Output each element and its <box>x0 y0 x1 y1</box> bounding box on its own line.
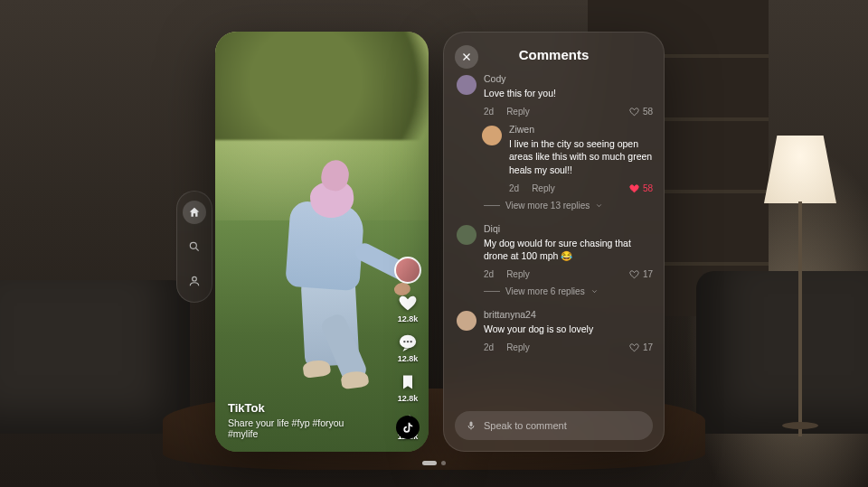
comment-username[interactable]: Ziwen <box>509 124 653 135</box>
svg-point-2 <box>193 276 197 281</box>
comment-username[interactable]: Diqi <box>484 223 653 234</box>
svg-line-1 <box>196 248 199 251</box>
side-nav <box>176 191 212 303</box>
comment-input[interactable]: Speak to comment <box>455 411 653 440</box>
comment-avatar[interactable] <box>457 225 476 245</box>
comment-button[interactable]: 12.8k <box>398 332 419 363</box>
heart-icon <box>629 107 639 117</box>
home-icon <box>188 206 201 219</box>
comment-like-button[interactable]: 58 <box>629 107 653 117</box>
reply-button[interactable]: Reply <box>506 342 530 352</box>
comment-icon <box>398 332 418 352</box>
comment-count: 12.8k <box>398 354 419 363</box>
comments-panel: Comments CodyLove this for you!2dReply58… <box>443 32 665 452</box>
svg-point-6 <box>410 341 411 342</box>
comment-age: 2d <box>509 183 519 193</box>
comment-username[interactable]: Cody <box>484 73 653 84</box>
comment-meta: 2dReply17 <box>484 269 653 279</box>
comment-item: CodyLove this for you!2dReply58 <box>457 73 653 117</box>
close-icon <box>461 52 472 62</box>
view-more-replies[interactable]: View more 6 replies <box>484 286 653 296</box>
microphone-icon <box>466 419 476 432</box>
svg-point-5 <box>407 341 409 342</box>
reply-button[interactable]: Reply <box>506 269 530 279</box>
like-button[interactable]: 12.8k <box>398 293 419 323</box>
comment-item: DiqiMy dog would for sure chasing that d… <box>457 223 653 279</box>
comment-avatar[interactable] <box>482 126 502 145</box>
nav-profile-button[interactable] <box>183 269 206 293</box>
comments-list[interactable]: CodyLove this for you!2dReply58ZiwenI li… <box>444 73 664 406</box>
comment-username[interactable]: brittanyna24 <box>484 309 653 320</box>
heart-icon <box>398 293 418 313</box>
comment-meta: 2dReply17 <box>484 342 653 352</box>
comment-text: I live in the city so seeing open areas … <box>509 137 653 176</box>
person-icon <box>188 275 201 287</box>
reply-button[interactable]: Reply <box>506 107 530 117</box>
comment-like-button[interactable]: 17 <box>629 269 653 279</box>
page-indicator[interactable] <box>422 461 446 465</box>
search-icon <box>188 240 201 253</box>
svg-rect-9 <box>470 422 473 427</box>
comment-avatar[interactable] <box>457 75 476 95</box>
tiktok-logo[interactable] <box>396 416 420 439</box>
video-card[interactable]: 12.8k 12.8k 12.8k 12.8k TikTok Share you… <box>215 32 429 452</box>
heart-icon <box>629 183 639 193</box>
comment-input-placeholder: Speak to comment <box>484 420 567 431</box>
video-brand: TikTok <box>228 401 374 415</box>
chevron-down-icon <box>595 201 603 210</box>
heart-icon <box>629 342 639 352</box>
comment-meta: 2dReply58 <box>509 183 653 193</box>
nav-search-button[interactable] <box>183 235 206 258</box>
comment-item: brittanyna24Wow your dog is so lovely2dR… <box>457 309 653 352</box>
creator-avatar[interactable] <box>394 257 421 284</box>
video-caption-area: TikTok Share your life #fyp #foryou #myl… <box>228 401 374 439</box>
room-sofa-left <box>0 280 190 434</box>
comment-like-button[interactable]: 58 <box>629 183 653 193</box>
tiktok-icon <box>401 421 414 434</box>
chevron-down-icon <box>590 287 599 295</box>
close-comments-button[interactable] <box>455 45 478 69</box>
room-lamp <box>755 86 845 429</box>
like-count: 12.8k <box>398 314 419 323</box>
comment-age: 2d <box>484 269 494 279</box>
svg-point-0 <box>190 242 196 248</box>
reply-button[interactable]: Reply <box>532 183 555 193</box>
bookmark-count: 12.8k <box>398 394 419 403</box>
comment-text: My dog would for sure chasing that drone… <box>484 237 653 262</box>
view-more-replies[interactable]: View more 13 replies <box>484 201 653 211</box>
comment-age: 2d <box>484 342 494 352</box>
comments-header: Comments <box>444 33 664 73</box>
comment-avatar[interactable] <box>457 311 476 331</box>
comment-like-button[interactable]: 17 <box>629 342 653 352</box>
comment-item: ZiwenI live in the city so seeing open a… <box>457 124 653 193</box>
bookmark-button[interactable]: 12.8k <box>398 372 419 403</box>
comment-age: 2d <box>484 107 494 117</box>
video-action-rail: 12.8k 12.8k 12.8k 12.8k <box>394 257 421 441</box>
comment-text: Love this for you! <box>484 87 653 99</box>
comment-text: Wow your dog is so lovely <box>484 323 653 335</box>
heart-icon <box>629 269 639 279</box>
video-caption: Share your life #fyp #foryou #mylife <box>228 417 374 439</box>
nav-home-button[interactable] <box>183 201 206 224</box>
comment-meta: 2dReply58 <box>484 107 653 117</box>
svg-point-4 <box>403 341 405 342</box>
bookmark-icon <box>399 372 417 392</box>
